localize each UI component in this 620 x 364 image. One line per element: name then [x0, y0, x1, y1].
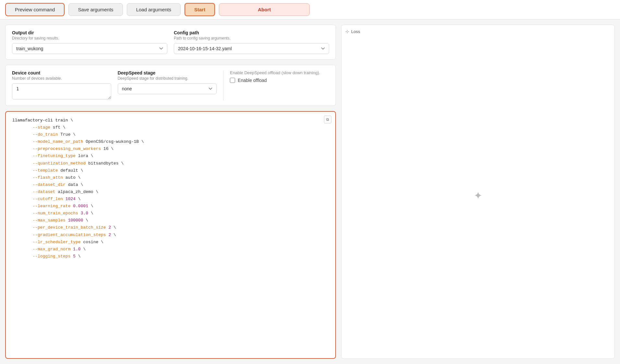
config-path-sublabel: Path to config saving arguments. [174, 36, 329, 40]
output-dir-label: Output dir [12, 30, 167, 35]
command-code: llamafactory-cli train \ --stage sft \ -… [12, 117, 329, 260]
chart-placeholder: ✦ [345, 37, 611, 355]
device-count-input[interactable]: 1 [12, 83, 111, 99]
config-path-group: Config path Path to config saving argume… [174, 30, 329, 54]
abort-button[interactable]: Abort [219, 3, 310, 16]
load-arguments-button[interactable]: Load arguments [127, 3, 181, 16]
deepspeed-stage-sublabel: DeepSpeed stage for distributed training… [118, 76, 217, 81]
start-button[interactable]: Start [185, 3, 215, 16]
right-panel: ⊹ Loss ✦ [341, 25, 615, 359]
loss-label: Loss [351, 29, 360, 34]
section-divider [223, 70, 223, 100]
deepspeed-stage-label: DeepSpeed stage [118, 70, 217, 75]
device-count-label: Device count [12, 70, 111, 75]
enable-offload-checkbox[interactable] [230, 78, 235, 83]
config-path-label: Config path [174, 30, 329, 35]
copy-command-button[interactable]: ⧉ [324, 116, 331, 123]
enable-offload-label[interactable]: Enable offload [238, 78, 267, 83]
device-deepspeed-card: Device count Number of devices available… [5, 65, 336, 106]
left-panel: Output dir Directory for saving results.… [5, 25, 336, 359]
output-dir-select[interactable]: train_wukong [12, 43, 167, 54]
command-preview-box: ⧉ llamafactory-cli train \ --stage sft \… [5, 111, 336, 359]
deepspeed-stage-select[interactable]: none 2 3 [118, 83, 217, 94]
enable-offload-row: Enable offload [230, 78, 329, 83]
output-dir-group: Output dir Directory for saving results.… [12, 30, 167, 54]
save-arguments-button[interactable]: Save arguments [68, 3, 123, 16]
enable-offload-section: Enable DeepSpeed offload (slow down trai… [230, 70, 329, 83]
device-count-group: Device count Number of devices available… [12, 70, 111, 100]
deepspeed-stage-group: DeepSpeed stage DeepSpeed stage for dist… [118, 70, 217, 94]
copy-icon: ⧉ [326, 117, 329, 122]
preview-command-button[interactable]: Preview command [5, 3, 65, 16]
loss-chart-icon: ⊹ [345, 29, 349, 34]
config-path-select[interactable]: 2024-10-16-15-14-32.yaml [174, 43, 329, 54]
main-content: Output dir Directory for saving results.… [0, 19, 620, 364]
loss-header: ⊹ Loss [345, 29, 611, 34]
output-dir-sublabel: Directory for saving results. [12, 36, 167, 40]
scatter-plot-icon: ✦ [474, 189, 483, 202]
enable-offload-desc: Enable DeepSpeed offload (slow down trai… [230, 70, 329, 75]
toolbar: Preview command Save arguments Load argu… [0, 0, 620, 19]
output-config-card: Output dir Directory for saving results.… [5, 25, 336, 60]
device-count-sublabel: Number of devices available. [12, 76, 111, 81]
